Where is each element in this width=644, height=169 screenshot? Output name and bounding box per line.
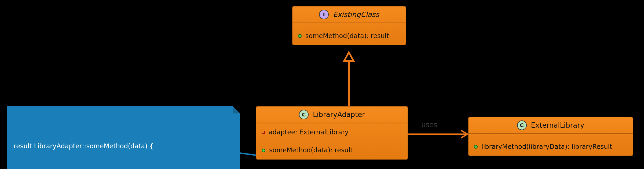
method-text: someMethod(data): result [269,145,353,155]
note-line: result LibraryAdapter::someMethod(data) … [14,141,233,151]
class-icon: C [299,110,309,119]
class-external-attrs-empty [469,134,633,138]
class-existing-methods: someMethod(data): result [292,27,406,45]
attr-row: adaptee: ExternalLibrary [262,127,402,137]
class-existing-header: I ExistingClass [292,6,406,23]
class-adapter: C LibraryAdapter adaptee: ExternalLibrar… [256,106,408,160]
public-icon [298,34,302,38]
note-fold-icon [233,106,240,113]
class-external-methods: libraryMethod(libraryData): libraryResul… [469,138,633,156]
svg-marker-1 [344,52,354,61]
class-adapter-methods: someMethod(data): result [256,141,408,159]
method-text: libraryMethod(libraryData): libraryResul… [481,142,612,152]
class-adapter-name: LibraryAdapter [313,111,365,119]
public-icon [474,145,478,149]
method-text: someMethod(data): result [305,31,389,41]
class-existing: I ExistingClass someMethod(data): result [292,6,406,45]
note-pseudocode: result LibraryAdapter::someMethod(data) … [7,106,240,169]
method-row: someMethod(data): result [262,145,402,155]
class-existing-name: ExistingClass [333,10,379,19]
attr-text: adaptee: ExternalLibrary [269,127,349,137]
class-external-name: ExternalLibrary [531,121,584,129]
method-row: libraryMethod(libraryData): libraryResul… [474,142,627,152]
method-row: someMethod(data): result [298,31,400,41]
class-external-header: C ExternalLibrary [469,117,633,134]
edge-label-uses: uses [421,121,437,129]
class-existing-attrs-empty [292,23,406,27]
class-external: C ExternalLibrary libraryMethod(libraryD… [468,117,633,156]
public-icon [262,149,265,152]
class-adapter-attrs: adaptee: ExternalLibrary [256,123,408,141]
class-icon: C [517,120,527,130]
interface-icon: I [319,10,329,19]
class-adapter-header: C LibraryAdapter [256,106,408,123]
private-icon [262,131,265,134]
